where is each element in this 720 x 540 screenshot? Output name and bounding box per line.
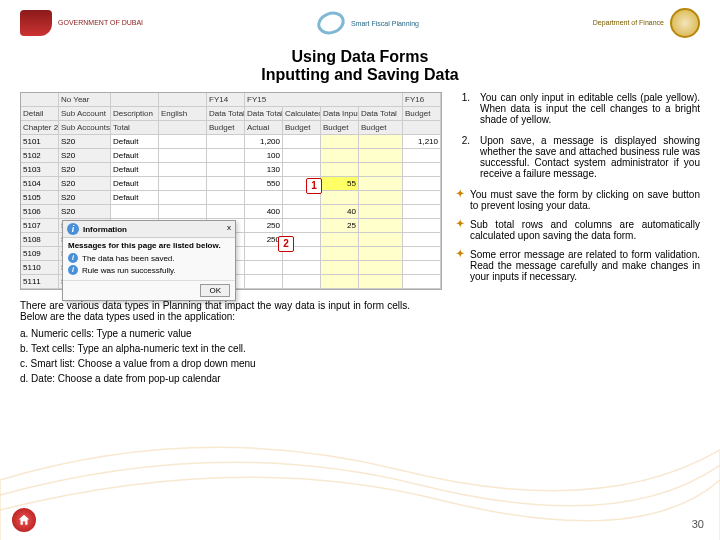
logo-dept-finance: Department of Finance [593,8,700,38]
editable-cell[interactable] [359,233,403,247]
year-label: No Year [59,93,111,107]
dialog-close-button[interactable]: x [227,223,231,235]
cell [283,205,321,219]
editable-cell[interactable] [321,149,359,163]
editable-cell[interactable] [359,275,403,289]
grid-row: 5102S20Default100 [21,149,441,163]
title-line1: Using Data Forms [0,48,720,66]
logo-government-dubai: GOVERNMENT OF DUBAI [20,10,143,36]
bullet-2: Sub total rows and columns are automatic… [470,219,700,241]
cell: S20 [59,191,111,205]
type-a: a. Numeric cells: Type a numeric value [20,328,410,339]
cell [283,135,321,149]
grid-row: 5103S20Default130 [21,163,441,177]
editable-cell[interactable] [359,191,403,205]
cell [403,233,441,247]
editable-cell[interactable]: 25 [321,219,359,233]
editable-cell[interactable] [359,135,403,149]
callout-1: 1 [306,178,322,194]
cell [207,177,245,191]
cell: 5102 [21,149,59,163]
page-number: 30 [692,518,704,530]
cell: Default [111,177,159,191]
editable-cell[interactable] [359,163,403,177]
bullet-1: You must save the form by clicking on sa… [470,189,700,211]
editable-cell[interactable] [321,275,359,289]
cell [207,135,245,149]
editable-cell[interactable] [359,261,403,275]
cell [403,163,441,177]
cell: 5107 [21,219,59,233]
cell [159,149,207,163]
cell: 1,200 [245,135,283,149]
list-text-2: Upon save, a message is displayed showin… [480,135,700,179]
editable-cell[interactable]: 55 [321,177,359,191]
dialog-msg1: The data has been saved. [82,254,175,263]
cell: 130 [245,163,283,177]
editable-cell[interactable] [359,149,403,163]
editable-cell[interactable] [359,219,403,233]
cell [283,163,321,177]
cell [403,191,441,205]
cell [159,191,207,205]
editable-cell[interactable] [321,261,359,275]
background-swoosh [0,400,720,540]
editable-cell[interactable] [321,247,359,261]
editable-cell[interactable] [321,135,359,149]
cell [403,177,441,191]
dialog-subtitle: Messages for this page are listed below. [68,241,230,250]
editable-cell[interactable] [321,191,359,205]
cell [283,149,321,163]
cell: 5111 [21,275,59,289]
cell: 550 [245,177,283,191]
editable-cell[interactable] [321,163,359,177]
cell [403,275,441,289]
cell: 5110 [21,261,59,275]
ring-icon [314,8,348,38]
cell [207,149,245,163]
cell: S20 [59,177,111,191]
cell: 400 [245,205,283,219]
cell: 5106 [21,205,59,219]
grid-header-years: No Year FY14 FY15 FY16 [21,93,441,107]
cell [283,275,321,289]
bullet-icon: ✦ [456,189,464,211]
editable-cell[interactable] [359,247,403,261]
grid-row: 5101S20Default1,2001,210 [21,135,441,149]
logo-left-text: GOVERNMENT OF DUBAI [58,19,143,27]
cell: S20 [59,135,111,149]
intro-text: There are various data types in Planning… [20,300,410,322]
cell [207,205,245,219]
editable-cell[interactable] [359,177,403,191]
grid-row: 5106S2040040 [21,205,441,219]
type-d: d. Date: Choose a date from pop-up calen… [20,373,410,384]
list-number-1: 1. [456,92,470,125]
dialog-msg2: Rule was run successfully. [82,266,176,275]
callout-2: 2 [278,236,294,252]
cell: 100 [245,149,283,163]
type-b: b. Text cells: Type an alpha-numeric tex… [20,343,410,354]
cell [403,219,441,233]
home-icon [17,513,31,527]
editable-cell[interactable] [321,233,359,247]
dubai-emblem-icon [20,10,52,36]
cell: 1,210 [403,135,441,149]
cell: 5101 [21,135,59,149]
cell: 5104 [21,177,59,191]
cell [245,261,283,275]
cell: Default [111,191,159,205]
fy16-label: FY16 [403,93,441,107]
home-button[interactable] [12,508,36,532]
grid-row: 5104S20Default55055 [21,177,441,191]
cell: Default [111,135,159,149]
logo-smart-fiscal: Smart Fiscal Planning [317,12,419,34]
cell: 250 [245,219,283,233]
cell [159,205,207,219]
editable-cell[interactable] [359,205,403,219]
cell: S20 [59,149,111,163]
cell [245,275,283,289]
cell [207,191,245,205]
dialog-ok-button[interactable]: OK [200,284,230,297]
editable-cell[interactable]: 40 [321,205,359,219]
cell [283,261,321,275]
